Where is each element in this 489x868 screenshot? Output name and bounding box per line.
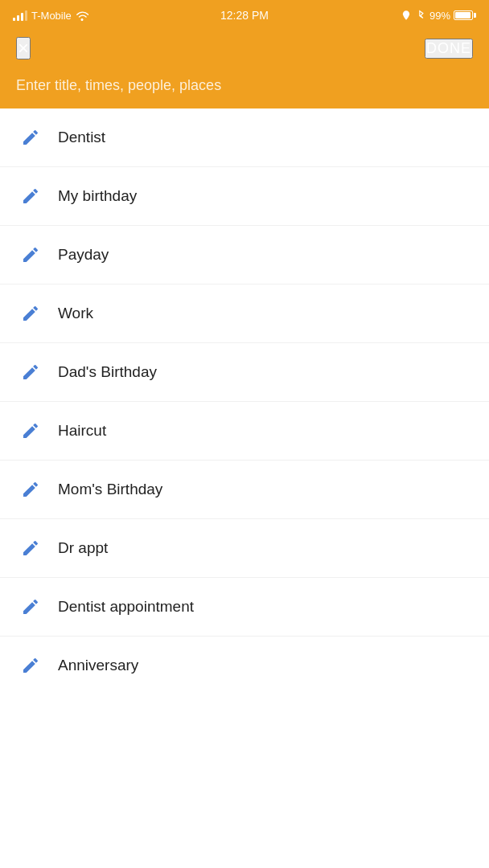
edit-icon (16, 475, 45, 504)
item-label: Anniversary (58, 657, 138, 674)
list-item[interactable]: Work (0, 285, 489, 343)
list-item[interactable]: Mom's Birthday (0, 461, 489, 519)
edit-icon (16, 592, 45, 621)
list-item[interactable]: My birthday (0, 167, 489, 226)
battery-percent: 99% (429, 10, 450, 22)
suggestions-list: Dentist My birthday Payday (0, 108, 489, 694)
list-item[interactable]: Payday (0, 226, 489, 285)
list-item[interactable]: Dentist appointment (0, 578, 489, 637)
edit-icon (16, 534, 45, 563)
close-button[interactable]: × (16, 37, 31, 59)
edit-icon (16, 416, 45, 445)
search-placeholder: Enter title, times, people, places (16, 77, 473, 94)
carrier-label: T-Mobile (31, 10, 72, 22)
header-bar: × DONE (0, 29, 489, 71)
signal-icon (13, 10, 27, 21)
item-label: Work (58, 305, 93, 322)
list-item[interactable]: Haircut (0, 402, 489, 461)
time-label: 12:28 PM (220, 9, 269, 22)
item-label: Haircut (58, 422, 106, 440)
status-bar: T-Mobile 12:28 PM 99% (0, 0, 489, 29)
battery-icon (454, 10, 476, 20)
list-item[interactable]: Dr appt (0, 519, 489, 578)
location-icon (401, 10, 412, 21)
edit-icon (16, 299, 45, 328)
bluetooth-icon (415, 10, 426, 21)
status-left: T-Mobile (13, 10, 88, 22)
item-label: My birthday (58, 187, 137, 205)
edit-icon (16, 240, 45, 269)
list-item[interactable]: Dad's Birthday (0, 343, 489, 402)
search-bar[interactable]: Enter title, times, people, places (0, 71, 489, 108)
item-label: Dad's Birthday (58, 363, 157, 381)
item-label: Payday (58, 246, 109, 264)
edit-icon (16, 358, 45, 387)
edit-icon (16, 123, 45, 152)
item-label: Mom's Birthday (58, 481, 162, 498)
list-item[interactable]: Anniversary (0, 637, 489, 694)
edit-icon (16, 651, 45, 680)
item-label: Dentist appointment (58, 598, 194, 616)
wifi-icon (76, 10, 88, 21)
done-button[interactable]: DONE (425, 39, 473, 59)
item-label: Dentist (58, 129, 105, 146)
item-label: Dr appt (58, 539, 108, 557)
list-item[interactable]: Dentist (0, 108, 489, 167)
edit-icon (16, 182, 45, 211)
status-right: 99% (401, 10, 476, 22)
